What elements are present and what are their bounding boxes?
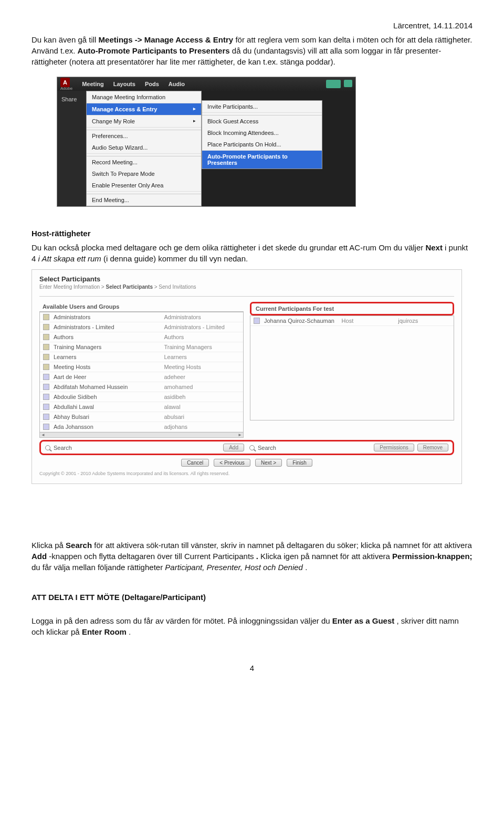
- list-item[interactable]: Abhay Bulsariabulsari: [40, 412, 243, 422]
- bold-text: Search: [66, 541, 92, 550]
- remove-button[interactable]: Remove: [417, 444, 448, 451]
- bold-text: Enter Room: [82, 627, 127, 636]
- copyright: Copyright © 2001 - 2010 Adobe Systems In…: [39, 471, 454, 476]
- list-item[interactable]: Administrators - LimitedAdministrators -…: [40, 322, 243, 332]
- list-item[interactable]: Ada Johanssonadjohans: [40, 422, 243, 432]
- search-instructions: Klicka på Search för att aktivera sök-ru…: [32, 540, 472, 573]
- list-item[interactable]: Meeting HostsMeeting Hosts: [40, 362, 243, 372]
- bc-step: Send Invitations: [159, 284, 196, 290]
- user-icon: [254, 318, 260, 324]
- text: -knappen och flytta deltagaren över till…: [49, 552, 254, 561]
- list-item[interactable]: Training ManagersTraining Managers: [40, 342, 243, 352]
- cancel-button[interactable]: Cancel: [181, 459, 209, 467]
- menu-item[interactable]: Preferences...: [87, 130, 201, 142]
- submenu-item[interactable]: Place Participants On Hold...: [202, 139, 322, 151]
- app-topbar: A Adobe Meeting Layouts Pods Audio: [57, 77, 355, 91]
- scrollbar[interactable]: [40, 432, 243, 437]
- submenu-item[interactable]: Block Guest Access: [202, 115, 322, 127]
- user-icon: [43, 394, 49, 400]
- add-button[interactable]: Add: [223, 444, 244, 451]
- search-icon: [45, 445, 50, 450]
- menu-meeting[interactable]: Meeting: [82, 81, 104, 87]
- intro-paragraph: Du kan även gå till Meetings -> Manage A…: [32, 34, 472, 67]
- menu-item[interactable]: Change My Role: [87, 115, 201, 128]
- item-name: Abdullahi Lawal: [54, 404, 160, 410]
- item-name: Johanna Quiroz-Schauman: [264, 318, 338, 324]
- menu-item[interactable]: Enable Presenter Only Area: [87, 180, 201, 192]
- bold-text: Meetings -> Manage Access & Entry: [99, 35, 234, 44]
- share-pod-label: Share: [57, 94, 86, 104]
- list-item[interactable]: Abdifatah Mohamed Husseinamohamed: [40, 382, 243, 392]
- menu-item[interactable]: End Meeting...: [87, 194, 201, 206]
- menu-item[interactable]: Switch To Prepare Mode: [87, 168, 201, 180]
- page-number: 4: [32, 664, 472, 672]
- list-item[interactable]: Johanna Quiroz-SchaumanHostjquirozs: [250, 316, 454, 326]
- item-role: Learners: [164, 354, 240, 360]
- available-list[interactable]: AdministratorsAdministratorsAdministrato…: [39, 312, 244, 438]
- bold-text: Next: [425, 243, 445, 252]
- menu-pods[interactable]: Pods: [145, 81, 159, 87]
- item-role: asidibeh: [164, 394, 240, 400]
- mic-icon[interactable]: [344, 80, 352, 87]
- text: Klicka igen på namnet för att aktivera: [260, 552, 392, 561]
- list-item[interactable]: AdministratorsAdministrators: [40, 312, 243, 322]
- item-role: adeheer: [164, 374, 240, 380]
- bold-text: Enter as a Guest: [332, 616, 394, 625]
- previous-button[interactable]: < Previous: [214, 459, 250, 467]
- menu-item[interactable]: Record Meeting...: [87, 156, 201, 168]
- item-name: Learners: [54, 354, 160, 360]
- item-login: jquirozs: [398, 318, 450, 324]
- adobe-logo: A Adobe: [60, 78, 72, 91]
- italic-text: i Att skapa ett rum: [38, 254, 101, 263]
- login-paragraph: Logga in på den adress som du får av vär…: [32, 615, 472, 637]
- logo-sub: Adobe: [60, 86, 72, 91]
- submenu-item[interactable]: Invite Participants...: [202, 101, 322, 113]
- finish-button[interactable]: Finish: [287, 459, 312, 467]
- submenu-item[interactable]: Block Incoming Attendees...: [202, 127, 322, 139]
- access-entry-submenu: Invite Participants... Block Guest Acces…: [202, 100, 322, 169]
- group-icon: [43, 324, 49, 330]
- speaker-icon[interactable]: [326, 80, 341, 88]
- search-icon: [249, 445, 255, 450]
- bold-text: Add: [32, 552, 47, 561]
- menu-item[interactable]: Audio Setup Wizard...: [87, 142, 201, 154]
- text: för att aktivera sök-rutan till vänster,…: [94, 541, 472, 550]
- list-item[interactable]: Aart de Heeradeheer: [40, 372, 243, 382]
- search-label[interactable]: Search: [54, 445, 72, 451]
- search-label[interactable]: Search: [258, 445, 276, 451]
- user-icon: [43, 424, 49, 430]
- bold-text: .: [256, 552, 258, 561]
- bold-text: Permission-knappen;: [392, 552, 472, 561]
- next-button[interactable]: Next >: [255, 459, 282, 467]
- user-icon: [43, 374, 49, 380]
- menu-item-access-entry[interactable]: Manage Access & Entry: [87, 103, 201, 115]
- item-name: Aart de Heer: [54, 374, 160, 380]
- list-item[interactable]: Abdullahi Lawalalawal: [40, 402, 243, 412]
- item-name: Training Managers: [54, 344, 160, 350]
- participant-heading: ATT DELTA I ETT MÖTE (Deltagare/Particip…: [32, 592, 472, 603]
- bold-text: Auto-Promote Participants to Presenters: [78, 46, 230, 55]
- list-item[interactable]: AuthorsAuthors: [40, 332, 243, 342]
- item-role: alawal: [164, 404, 240, 410]
- user-icon: [43, 384, 49, 390]
- text: (i denna guide) kommer du till vyn nedan…: [103, 254, 248, 263]
- group-icon: [43, 334, 49, 340]
- item-role: adjohans: [164, 424, 240, 430]
- search-add-row-highlighted: Search Add Search Permissions Remove: [39, 440, 454, 455]
- text: .: [305, 563, 307, 572]
- menu-layouts[interactable]: Layouts: [113, 81, 135, 87]
- item-name: Abdifatah Mohamed Hussein: [54, 384, 160, 390]
- item-role: Training Managers: [164, 344, 240, 350]
- italic-text: Participant, Presenter, Host och Denied: [165, 563, 303, 572]
- list-item[interactable]: LearnersLearners: [40, 352, 243, 362]
- menu-audio[interactable]: Audio: [169, 81, 185, 87]
- bc-step: Enter Meeting Information: [39, 284, 100, 290]
- list-item[interactable]: Abdoulie Sidibehasidibeh: [40, 392, 243, 402]
- menu-item[interactable]: Manage Meeting Information: [87, 91, 201, 103]
- item-name: Abdoulie Sidibeh: [54, 394, 160, 400]
- submenu-item-auto-promote[interactable]: Auto-Promote Participants to Presenters: [202, 151, 322, 169]
- current-list[interactable]: Johanna Quiroz-SchaumanHostjquirozs: [250, 315, 454, 420]
- text: Logga in på den adress som du får av vär…: [32, 616, 332, 625]
- permissions-button[interactable]: Permissions: [374, 444, 414, 451]
- left-panel: Share: [57, 91, 86, 206]
